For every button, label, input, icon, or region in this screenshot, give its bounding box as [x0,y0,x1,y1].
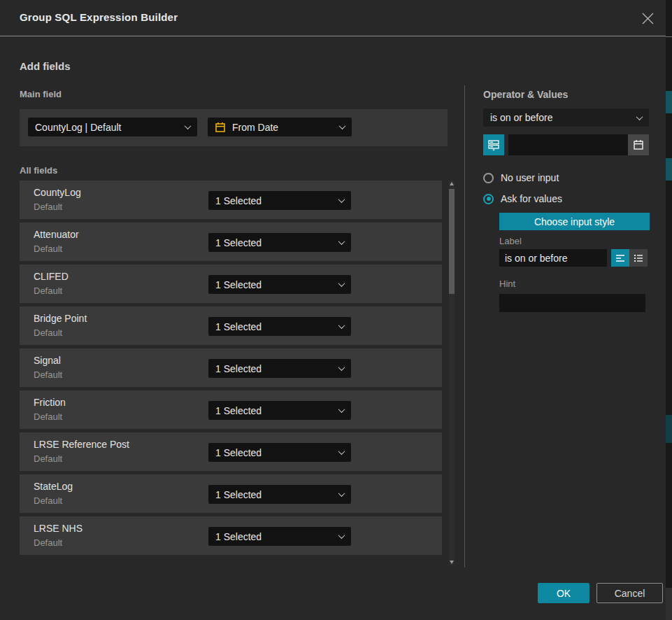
main-field-panel: CountyLog | Default From Date [20,109,448,146]
list-icon [634,253,643,263]
input-type-icon [487,139,500,151]
calendar-button[interactable] [628,134,649,155]
chevron-down-icon [338,280,345,287]
field-name: Attenuator [34,229,79,240]
field-subtitle: Default [34,369,62,380]
field-subtitle: Default [34,495,62,506]
hint-caption: Hint [499,279,515,289]
field-count-value: 1 Selected [215,363,262,374]
field-row: Attenuator Default 1 Selected [20,223,442,261]
field-count-value: 1 Selected [215,321,262,332]
field-count-dropdown[interactable]: 1 Selected [208,443,351,462]
field-subtitle: Default [34,537,62,548]
layer-dropdown[interactable]: CountyLog | Default [28,118,197,136]
field-row: CountyLog Default 1 Selected [20,181,442,219]
panel-divider [464,85,465,568]
field-count-value: 1 Selected [215,447,262,458]
field-name: CLIFED [34,271,69,282]
field-subtitle: Default [34,327,62,338]
title-bar: Group SQL Expression Builder [0,0,666,36]
close-icon [642,13,654,24]
layer-dropdown-value: CountyLog | Default [35,122,122,133]
operator-values-heading: Operator & Values [483,89,568,100]
align-left-icon [615,253,625,263]
field-subtitle: Default [34,202,62,212]
field-count-value: 1 Selected [215,489,262,500]
calendar-icon [633,139,644,150]
field-name: Signal [34,355,61,366]
chevron-down-icon [338,532,345,539]
field-name: LRSE NHS [34,523,83,534]
chevron-down-icon [338,448,345,455]
label-caption: Label [499,236,522,246]
scroll-down-icon[interactable] [450,561,454,564]
field-name: StateLog [34,481,73,492]
field-count-dropdown[interactable]: 1 Selected [208,527,351,546]
add-fields-heading: Add fields [20,60,71,72]
radio-circle-icon [483,194,494,204]
field-row: LRSE NHS Default 1 Selected [20,516,442,555]
close-button[interactable] [636,7,659,29]
radio-circle-icon [483,173,494,183]
field-subtitle: Default [34,244,62,254]
chevron-down-icon [338,196,345,203]
calendar-icon [215,122,226,133]
field-name: Bridge Point [34,313,87,324]
field-row: Friction Default 1 Selected [20,390,442,429]
field-dropdown-value: From Date [232,122,278,133]
hint-input[interactable] [499,294,645,312]
field-row: StateLog Default 1 Selected [20,474,442,513]
date-value-input[interactable] [508,134,628,155]
radio-ask-for-values[interactable]: Ask for values [483,192,562,206]
chevron-down-icon [338,364,345,371]
chevron-down-icon [338,322,345,329]
field-row: Bridge Point Default 1 Selected [20,307,442,345]
field-name: Friction [34,397,66,408]
field-count-value: 1 Selected [215,195,262,206]
input-type-button[interactable] [483,134,504,155]
choose-input-style-button[interactable]: Choose input style [499,213,650,230]
radio-no-user-input[interactable]: No user input [483,171,559,185]
field-row: Signal Default 1 Selected [20,348,442,387]
chevron-down-icon [338,490,345,497]
chevron-down-icon [338,406,345,413]
app-edge-strip [666,0,672,620]
operator-dropdown-value: is on or before [490,112,553,123]
field-count-dropdown[interactable]: 1 Selected [208,191,351,210]
scroll-up-icon[interactable] [450,182,454,185]
field-count-dropdown[interactable]: 1 Selected [208,401,351,420]
field-count-value: 1 Selected [215,531,262,542]
field-name: CountyLog [34,187,81,198]
field-dropdown[interactable]: From Date [208,118,352,136]
field-name: LRSE Reference Post [34,439,129,450]
chevron-down-icon [339,122,346,129]
ok-button[interactable]: OK [538,583,589,603]
group-sql-expression-builder-dialog: Group SQL Expression Builder Add fields … [0,0,666,620]
chevron-down-icon [636,113,643,120]
align-left-style-button[interactable] [611,249,629,267]
field-row: LRSE Reference Post Default 1 Selected [20,432,442,471]
field-count-dropdown[interactable]: 1 Selected [208,485,351,504]
field-count-dropdown[interactable]: 1 Selected [208,317,351,336]
field-count-value: 1 Selected [215,237,262,248]
chevron-down-icon [338,238,345,245]
list-style-button[interactable] [629,249,648,267]
field-count-dropdown[interactable]: 1 Selected [208,233,351,252]
field-count-dropdown[interactable]: 1 Selected [208,359,351,378]
field-subtitle: Default [34,286,62,296]
field-row: CLIFED Default 1 Selected [20,265,442,303]
scrollbar-thumb[interactable] [449,189,455,294]
field-count-dropdown[interactable]: 1 Selected [208,275,351,294]
field-count-value: 1 Selected [215,405,262,416]
operator-dropdown[interactable]: is on or before [483,108,649,127]
field-count-value: 1 Selected [215,279,262,290]
all-fields-label: All fields [20,165,57,176]
cancel-button[interactable]: Cancel [596,583,663,603]
chevron-down-icon [185,122,192,129]
field-subtitle: Default [34,411,62,422]
field-subtitle: Default [34,453,62,464]
window-title: Group SQL Expression Builder [20,11,178,23]
label-input[interactable] [499,249,607,267]
main-field-label: Main field [20,89,62,99]
